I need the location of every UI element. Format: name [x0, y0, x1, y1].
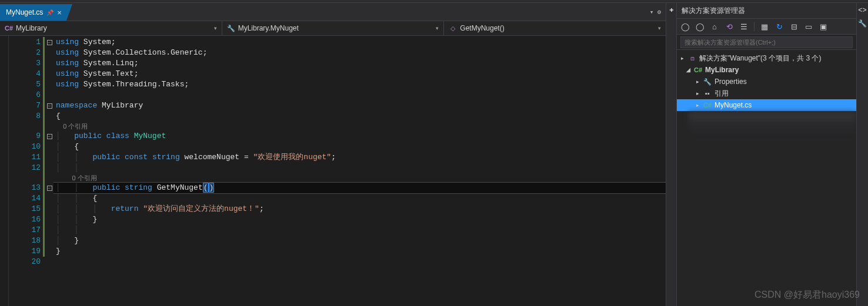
fold-toggle[interactable]: − — [47, 134, 52, 139]
expand-toggle[interactable]: ◢ — [685, 67, 691, 73]
fold-toggle[interactable]: − — [47, 103, 52, 109]
blurred-nodes — [689, 111, 856, 132]
close-icon[interactable]: × — [57, 8, 62, 17]
sync-icon[interactable]: ⟲ — [725, 22, 734, 31]
expand-toggle[interactable]: ▸ — [679, 55, 685, 61]
properties-node[interactable]: ▸ 🔧 Properties — [677, 76, 856, 88]
forward-icon[interactable]: ◯ — [695, 22, 705, 31]
back-icon[interactable]: ◯ — [680, 22, 690, 31]
side-tabs: <> 🔧 — [856, 3, 868, 306]
split-editor-icon[interactable]: ✚ — [669, 3, 673, 16]
line-number-gutter: 1 2 3 4 5 6 7 8 9 10 11 12 13 14 15 16 1… — [9, 36, 45, 306]
solution-search-input[interactable] — [680, 36, 853, 48]
chevron-down-icon: ▾ — [436, 25, 439, 31]
solution-search — [677, 35, 856, 50]
csharp-project-icon: C# — [693, 65, 703, 75]
breadcrumb-class[interactable]: 🔧 MyLibrary.MyNuget ▾ — [222, 21, 445, 35]
solution-icon: ⧈ — [687, 53, 697, 63]
gear-icon[interactable]: ⚙ — [657, 8, 661, 16]
expand-toggle[interactable]: ▸ — [695, 90, 700, 96]
fold-toggle[interactable]: − — [47, 186, 52, 191]
code-text[interactable]: using System; using System.Collections.G… — [54, 36, 666, 306]
breadcrumb-member[interactable]: ◇ GetMyNuget() ▾ — [444, 21, 666, 35]
home-icon[interactable]: ⌂ — [710, 22, 719, 31]
method-icon: ◇ — [449, 24, 457, 32]
side-tab-icon[interactable]: <> — [858, 6, 866, 15]
csharp-project-icon: C# — [5, 24, 13, 32]
breadcrumb-project[interactable]: C# MyLibrary ▾ — [0, 21, 222, 35]
collapse-icon[interactable]: ⊟ — [789, 22, 799, 31]
project-node[interactable]: ◢ C# MyLibrary — [677, 64, 856, 76]
code-editor[interactable]: 1 2 3 4 5 6 7 8 9 10 11 12 13 14 15 16 1… — [0, 36, 666, 306]
filter-icon[interactable]: ☰ — [739, 22, 749, 31]
references-icon: ▪▪ — [703, 89, 712, 98]
breadcrumb-bar: C# MyLibrary ▾ 🔧 MyLibrary.MyNuget ▾ ◇ G… — [0, 21, 666, 36]
side-tab-icon[interactable]: 🔧 — [858, 19, 867, 28]
editor-right-rail: ✚ — [666, 3, 676, 306]
active-tab[interactable]: MyNuget.cs 📌 × — [0, 4, 66, 21]
class-icon: 🔧 — [227, 24, 235, 32]
fold-toggle[interactable]: − — [47, 40, 52, 45]
preview-icon[interactable]: ▣ — [819, 22, 828, 31]
document-tab-bar: MyNuget.cs 📌 × ▾ ⚙ — [0, 3, 666, 21]
show-all-icon[interactable]: ▦ — [760, 22, 769, 31]
wrench-icon: 🔧 — [703, 77, 712, 86]
outline-margin: − − − − — [45, 36, 54, 306]
solution-explorer-panel: 解决方案资源管理器 ◯ ◯ ⌂ ⟲ ☰ ▦ ↻ ⊟ ▭ ▣ ▸ ⧈ 解决方案"W… — [676, 3, 856, 306]
tab-filename: MyNuget.cs — [6, 8, 43, 16]
solution-tree[interactable]: ▸ ⧈ 解决方案"Wanuget"(3 个项目，共 3 个) ◢ C# MyLi… — [677, 50, 856, 306]
refresh-icon[interactable]: ↻ — [774, 22, 784, 31]
editor-glyph-margin — [0, 36, 9, 306]
file-node[interactable]: ▸ C# MyNuget.cs — [677, 99, 856, 111]
expand-toggle[interactable]: ▸ — [695, 102, 700, 108]
chevron-down-icon: ▾ — [214, 25, 217, 31]
solution-explorer-title: 解决方案资源管理器 — [677, 3, 856, 18]
references-node[interactable]: ▸ ▪▪ 引用 — [677, 88, 856, 99]
csharp-file-icon: C# — [703, 100, 712, 110]
pin-icon[interactable]: 📌 — [46, 9, 54, 16]
solution-node[interactable]: ▸ ⧈ 解决方案"Wanuget"(3 个项目，共 3 个) — [677, 52, 856, 64]
properties-icon[interactable]: ▭ — [804, 22, 813, 31]
chevron-down-icon: ▾ — [658, 25, 661, 31]
tab-dropdown-icon[interactable]: ▾ — [650, 8, 654, 16]
solution-explorer-toolbar: ◯ ◯ ⌂ ⟲ ☰ ▦ ↻ ⊟ ▭ ▣ — [677, 18, 856, 35]
expand-toggle[interactable]: ▸ — [695, 79, 700, 85]
